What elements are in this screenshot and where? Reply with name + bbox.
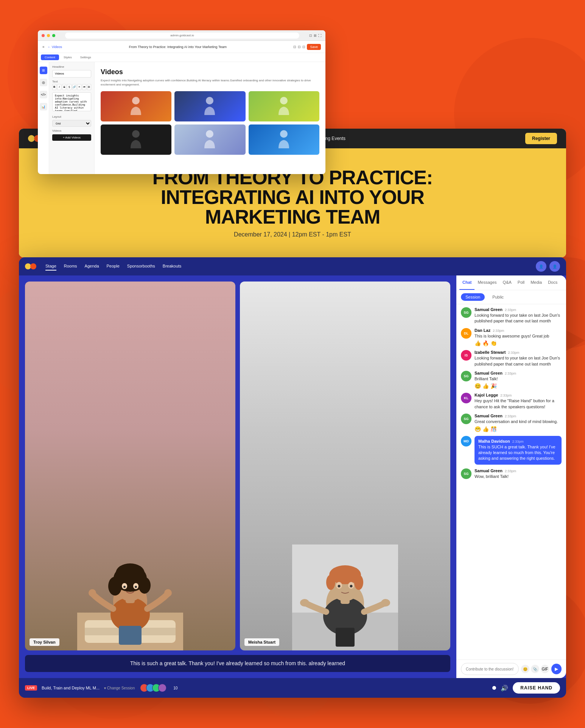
chat-message-8: SG Samual Green 2:33pm Wow, brilliant Ta…	[461, 468, 562, 479]
change-session[interactable]: ▾ Change Session	[104, 686, 135, 690]
tab-content[interactable]: Content	[41, 54, 59, 60]
layout-select[interactable]: Grid	[52, 120, 91, 127]
msg-time-5: 2:33pm	[500, 394, 512, 397]
stage-nav-agenda[interactable]: Agenda	[85, 262, 99, 271]
chat-tab-qa[interactable]: Q&A	[500, 275, 515, 290]
emoji-icon[interactable]: 😊	[521, 665, 529, 673]
headline-label: Headline	[52, 65, 91, 68]
chat-input[interactable]	[461, 663, 519, 675]
headline-input[interactable]	[52, 70, 91, 78]
video-thumb-1[interactable]	[101, 91, 171, 121]
session-tab-session[interactable]: Session	[461, 293, 485, 301]
tab-settings[interactable]: Settings	[76, 54, 95, 60]
toolbar-icon-2: ⊡	[298, 45, 301, 49]
chat-message-5: KL Kajol Legge 2:33pm Hey guys! Hit the …	[461, 393, 562, 410]
raise-hand-button[interactable]: RAISE HAND	[513, 682, 560, 694]
text-textarea[interactable]: Expect insights into:Navigating adoption…	[52, 92, 91, 111]
chat-message-7: MD Malha Davidson 2:33pm This is SUCH a …	[461, 436, 562, 465]
format-link[interactable]: 🔗	[72, 84, 76, 90]
back-icon[interactable]: ≡	[42, 45, 44, 49]
speakers-grid: Troy Silvan	[25, 282, 450, 650]
stage-nav-breakouts[interactable]: Breakouts	[163, 262, 182, 271]
msg-time-2: 2:33pm	[493, 329, 504, 333]
video-thumb-6[interactable]	[249, 124, 319, 155]
gif-icon[interactable]: GIF	[541, 665, 549, 673]
video-thumb-3[interactable]	[249, 91, 319, 121]
msg-avatar-4: SG	[461, 371, 471, 381]
format-strike[interactable]: S	[62, 84, 66, 90]
admin-content: ⊞ ◎ </> 📊 Headline Text B I S § 🔗 ≡ ≔	[38, 62, 325, 174]
video-thumb-2[interactable]	[174, 91, 245, 121]
sidebar-embed-icon[interactable]: </>	[40, 91, 47, 98]
msg-header-3: Izabelle Stewart 2:33pm	[475, 350, 562, 355]
speaker-name-meisha: Meisha Stuart	[244, 638, 279, 646]
chat-message-3: IS Izabelle Stewart 2:33pm Looking forwa…	[461, 350, 562, 367]
svg-point-30	[135, 586, 137, 588]
session-tab-public[interactable]: Public	[488, 293, 508, 301]
stage-avatar-1: 👤	[536, 261, 546, 272]
stage-nav-sponsorbooths[interactable]: Sponsorbooths	[127, 262, 155, 271]
chat-tab-messages[interactable]: Messages	[475, 275, 499, 290]
chat-message-2: DL Dan Laz 2:33pm This is looking awesom…	[461, 328, 562, 346]
toolbar-icon-3: ⊡	[302, 45, 305, 49]
volume-icon[interactable]: 🔊	[501, 684, 508, 692]
msg-name-5: Kajol Legge	[475, 393, 498, 397]
stage-nav-rooms[interactable]: Rooms	[64, 262, 77, 271]
back-label[interactable]: ← Videos	[47, 45, 62, 49]
stage-content: Troy Silvan	[19, 275, 566, 678]
browser-max-dot	[52, 34, 55, 37]
svg-point-12	[280, 97, 288, 104]
add-videos-button[interactable]: + Add Videos	[52, 134, 91, 141]
toolbar-icon-1: ⊡	[293, 45, 296, 49]
chat-tab-media[interactable]: Media	[527, 275, 545, 290]
msg-header-2: Dan Laz 2:33pm	[475, 328, 562, 333]
caption-bar: This is such a great talk. Thank you! I'…	[25, 655, 450, 672]
chat-tab-docs[interactable]: Docs	[545, 275, 560, 290]
video-person-3	[249, 91, 319, 121]
msg-content-7: Malha Davidson 2:33pm This is SUCH a gre…	[475, 436, 562, 465]
video-thumb-5[interactable]	[174, 124, 245, 155]
save-button[interactable]: Save	[307, 44, 321, 50]
format-italic[interactable]: I	[57, 84, 61, 90]
msg-header-8: Samual Green 2:33pm	[475, 468, 562, 473]
browser-url: admin.goldcast.io	[65, 33, 299, 39]
stage-nav-links: Stage Rooms Agenda People Sponsorbooths …	[45, 262, 536, 271]
stage-nav-stage[interactable]: Stage	[45, 262, 56, 271]
chat-input-bar: 😊 📎 GIF ▶	[456, 660, 566, 678]
msg-avatar-3: IS	[461, 350, 471, 361]
chat-session-tabs: Session Public	[456, 290, 566, 304]
videos-label: Videos	[52, 129, 91, 132]
stage-nav-right: 👤 👤	[536, 261, 560, 272]
msg-header-7: Malha Davidson 2:33pm	[478, 439, 558, 443]
msg-content-4: Samual Green 2:33pm Brilliant Talk! 😊 👍 …	[475, 371, 562, 389]
format-ol[interactable]: ≔	[82, 84, 86, 90]
admin-icon-sidebar: ⊞ ◎ </> 📊	[38, 62, 49, 174]
attach-icon[interactable]: 📎	[531, 665, 539, 673]
chat-tab-poll[interactable]: Poll	[515, 275, 527, 290]
footer-controls: 🔊 RAISE HAND	[492, 682, 560, 694]
sidebar-analytics-icon[interactable]: 📊	[40, 103, 47, 110]
sidebar-styles-icon[interactable]: ◎	[40, 79, 47, 86]
msg-header-6: Samual Green 2:33pm	[475, 414, 562, 418]
sidebar-blocks-icon[interactable]: ⊞	[40, 67, 47, 74]
send-button[interactable]: ▶	[551, 664, 562, 674]
admin-tabs: Content Styles Settings	[38, 53, 325, 62]
tab-styles[interactable]: Styles	[60, 54, 76, 60]
format-align[interactable]: ⊞	[87, 84, 91, 90]
video-person-5	[174, 124, 245, 155]
format-list[interactable]: ≡	[77, 84, 81, 90]
register-button[interactable]: Register	[525, 133, 557, 144]
video-thumb-4[interactable]	[101, 124, 171, 155]
chat-tab-chat[interactable]: Chat	[459, 275, 475, 290]
msg-avatar-8: SG	[461, 468, 471, 479]
format-bold[interactable]: B	[52, 84, 56, 90]
msg-name-3: Izabelle Stewart	[475, 350, 506, 355]
footer-avatar-4	[158, 684, 166, 692]
stage-nav-people[interactable]: People	[107, 262, 120, 271]
video-grid	[101, 91, 319, 155]
speaker-name-troy: Troy Silvan	[30, 638, 59, 646]
toolbar-left: ≡ ← Videos	[42, 45, 62, 49]
msg-avatar-2: DL	[461, 328, 471, 339]
admin-form-sidebar: Headline Text B I S § 🔗 ≡ ≔ ⊞ Expect ins…	[49, 62, 95, 174]
format-code[interactable]: §	[67, 84, 71, 90]
